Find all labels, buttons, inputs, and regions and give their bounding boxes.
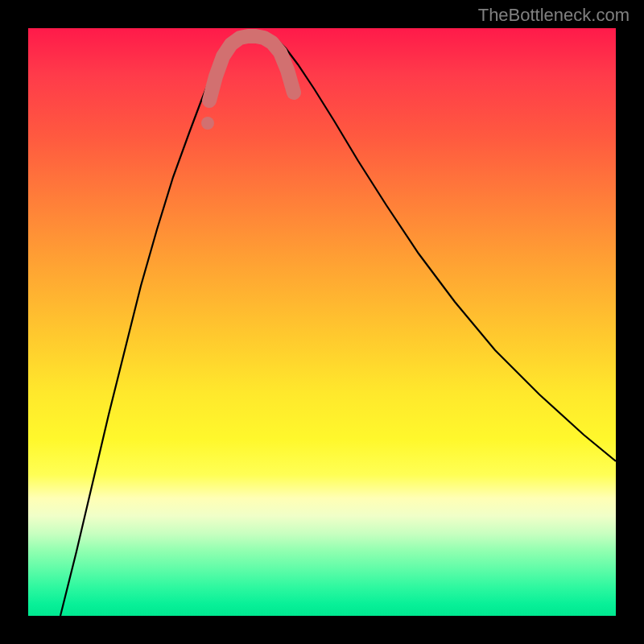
right-curve [278, 40, 616, 461]
valley-marker [209, 36, 294, 101]
watermark-text: TheBottleneck.com [478, 5, 630, 26]
curve-overlay [28, 28, 616, 616]
plot-area [28, 28, 616, 616]
marker-dot [201, 117, 214, 130]
